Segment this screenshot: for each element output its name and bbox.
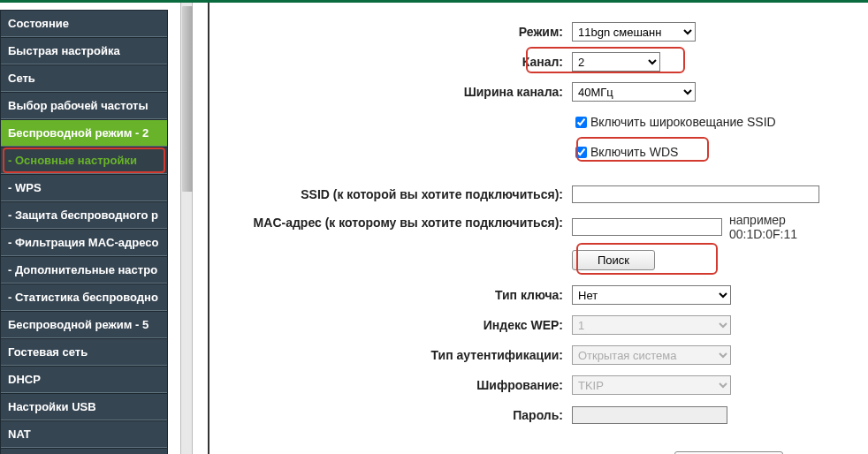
- label-mac: MAC-адрес (к которому вы хотите подключи…: [227, 213, 572, 231]
- row-ssid: SSID (к которой вы хотите подключиться):: [227, 183, 850, 206]
- checkbox-enable-wds[interactable]: [575, 147, 587, 158]
- hint-mac: например 00:1D:0F:11: [729, 213, 850, 241]
- input-mac[interactable]: [572, 218, 722, 236]
- app-frame: Состояние Быстрая настройка Сеть Выбор р…: [0, 0, 868, 454]
- sidebar-item-label: - Основные настройки: [8, 154, 137, 167]
- sidebar-item-wireless-5[interactable]: Беспроводной режим - 5: [1, 311, 167, 338]
- row-width: Ширина канала: 40МГц: [227, 80, 850, 103]
- select-width[interactable]: 40МГц: [572, 82, 696, 102]
- row-ssid-broadcast: Включить широковещание SSID: [227, 110, 850, 133]
- sidebar-item-dhcp[interactable]: DHCP: [1, 366, 167, 393]
- select-channel[interactable]: 2: [572, 52, 660, 72]
- row-password: Пароль:: [227, 404, 850, 427]
- row-wep-index: Индекс WEP: 1: [227, 314, 850, 337]
- sidebar-item-status[interactable]: Состояние: [1, 11, 167, 37]
- sidebar-item-guest-network[interactable]: Гостевая сеть: [1, 338, 167, 366]
- row-key-type: Тип ключа: Нет: [227, 284, 850, 306]
- save-button[interactable]: Сохранить: [674, 451, 783, 455]
- sidebar-item-usb[interactable]: Настройки USB: [1, 393, 167, 420]
- sidebar-item-wireless-stats[interactable]: - Статистика беспроводно: [1, 284, 167, 311]
- row-enable-wds: Включить WDS: [227, 140, 850, 163]
- sidebar-item-wireless-security[interactable]: - Защита беспроводного р: [1, 201, 167, 229]
- select-auth-type: Открытая система: [572, 345, 731, 365]
- select-wep-index: 1: [572, 315, 731, 335]
- label-width: Ширина канала:: [227, 85, 572, 99]
- select-mode[interactable]: 11bgn смешанн: [572, 22, 696, 42]
- label-password: Пароль:: [227, 408, 572, 422]
- sidebar-menu: Состояние Быстрая настройка Сеть Выбор р…: [0, 10, 168, 454]
- label-mode: Режим:: [227, 25, 572, 39]
- row-channel: Канал: 2: [227, 50, 850, 73]
- select-encryption: TKIP: [572, 375, 731, 395]
- search-button[interactable]: Поиск: [572, 250, 655, 270]
- label-ssid-broadcast: Включить широковещание SSID: [590, 115, 776, 129]
- label-enable-wds: Включить WDS: [590, 145, 678, 159]
- label-key-type: Тип ключа:: [227, 288, 572, 302]
- main-content: Режим: 11bgn смешанн Канал: 2 Ширина кан…: [209, 3, 868, 454]
- sidebar: Состояние Быстрая настройка Сеть Выбор р…: [0, 3, 181, 454]
- sidebar-item-quick-setup[interactable]: Быстрая настройка: [1, 37, 167, 64]
- label-ssid: SSID (к которой вы хотите подключиться):: [227, 187, 572, 201]
- input-password: [572, 406, 727, 424]
- sidebar-item-frequency[interactable]: Выбор рабочей частоты: [1, 92, 167, 119]
- label-auth-type: Тип аутентификации:: [227, 348, 572, 362]
- sidebar-item-forwarding[interactable]: Переадресация: [1, 448, 167, 454]
- row-auth-type: Тип аутентификации: Открытая система: [227, 344, 850, 367]
- label-channel: Канал:: [227, 55, 572, 69]
- select-key-type[interactable]: Нет: [572, 285, 731, 305]
- row-search: Поиск: [227, 248, 850, 271]
- checkbox-ssid-broadcast[interactable]: [575, 117, 587, 128]
- sidebar-item-basic-settings[interactable]: - Основные настройки: [1, 147, 167, 174]
- row-mac: MAC-адрес (к которому вы хотите подключи…: [227, 213, 850, 241]
- input-ssid[interactable]: [572, 185, 819, 203]
- sidebar-item-wireless-2[interactable]: Беспроводной режим - 2: [1, 119, 167, 147]
- label-wep-index: Индекс WEP:: [227, 318, 572, 332]
- row-mode: Режим: 11bgn смешанн: [227, 20, 850, 43]
- sidebar-item-network[interactable]: Сеть: [1, 64, 167, 92]
- sidebar-item-wps[interactable]: - WPS: [1, 174, 167, 201]
- sidebar-item-advanced[interactable]: - Дополнительные настро: [1, 256, 167, 284]
- row-save: Сохранить: [227, 450, 850, 454]
- sidebar-item-nat[interactable]: NAT: [1, 420, 167, 448]
- row-encryption: Шифрование: TKIP: [227, 374, 850, 397]
- sidebar-item-mac-filter[interactable]: - Фильтрация MAC-адресо: [1, 229, 167, 256]
- sidebar-scrollbar[interactable]: [180, 3, 193, 454]
- scrollbar-thumb[interactable]: [182, 6, 193, 192]
- label-encryption: Шифрование:: [227, 378, 572, 392]
